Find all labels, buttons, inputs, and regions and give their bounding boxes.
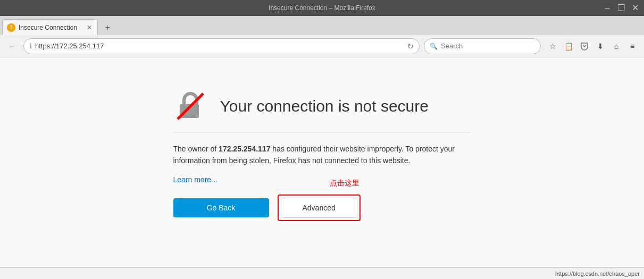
learn-more-link[interactable]: Learn more... (173, 175, 471, 184)
error-header: Your connection is not secure (173, 89, 471, 123)
advanced-button[interactable]: Advanced (281, 198, 357, 218)
bookmark-icon[interactable]: ☆ (545, 39, 560, 54)
browser-tab[interactable]: ! Insecure Connection ✕ (2, 19, 98, 35)
tab-close-btn[interactable]: ✕ (86, 23, 93, 32)
window-title: Insecure Connection – Mozilla Firefox (269, 4, 375, 12)
reload-button[interactable]: ↻ (407, 42, 414, 50)
go-back-button[interactable]: Go Back (173, 198, 269, 217)
window-controls: – ❐ ✕ (603, 4, 640, 12)
download-icon[interactable]: ⬇ (593, 39, 608, 54)
url-bar[interactable]: ℹ ↻ (23, 38, 420, 54)
back-button[interactable]: ← (4, 39, 19, 54)
error-container: Your connection is not secure The owner … (173, 89, 471, 221)
search-bar[interactable]: 🔍 (424, 38, 541, 54)
button-row: Go Back 点击这里 Advanced (173, 195, 471, 221)
minimize-btn[interactable]: – (603, 4, 612, 12)
title-bar: Insecure Connection – Mozilla Firefox – … (0, 0, 644, 16)
insecure-lock-icon (173, 89, 207, 123)
search-input[interactable] (441, 42, 515, 50)
tab-label: Insecure Connection (19, 24, 82, 31)
status-bar: https://blog.csdn.net/chaos_oper (0, 267, 644, 279)
error-title: Your connection is not secure (220, 97, 429, 116)
url-info-icon: ℹ (29, 42, 32, 50)
error-divider (173, 132, 471, 132)
pocket-icon[interactable] (577, 39, 592, 54)
search-icon: 🔍 (430, 43, 438, 50)
error-body: The owner of 172.25.254.117 has configur… (173, 143, 471, 167)
tab-bar: ! Insecure Connection ✕ + (0, 16, 644, 35)
tab-warning-icon: ! (7, 23, 15, 32)
status-url: https://blog.csdn.net/chaos_oper (555, 270, 640, 277)
reading-list-icon[interactable]: 📋 (561, 39, 576, 54)
close-btn[interactable]: ✕ (630, 4, 640, 12)
main-content: Your connection is not secure The owner … (0, 57, 644, 279)
new-tab-button[interactable]: + (100, 20, 115, 35)
nav-bar: ← ℹ ↻ 🔍 ☆ 📋 ⬇ ⌂ ≡ (0, 35, 644, 57)
menu-icon[interactable]: ≡ (625, 39, 640, 54)
url-input[interactable] (35, 42, 404, 50)
home-icon[interactable]: ⌂ (609, 39, 624, 54)
highlighted-domain: 172.25.254.117 (219, 145, 270, 153)
click-hint: 点击这里 (330, 179, 359, 188)
advanced-area: 点击这里 Advanced (278, 195, 361, 221)
maximize-btn[interactable]: ❐ (616, 4, 626, 12)
nav-icons: ☆ 📋 ⬇ ⌂ ≡ (545, 39, 640, 54)
